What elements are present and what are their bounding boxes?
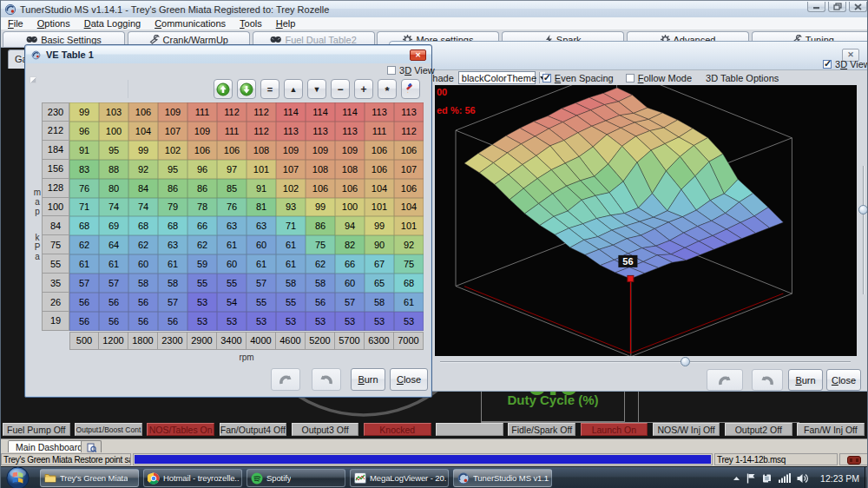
ve-cell[interactable]: 111 bbox=[187, 102, 217, 122]
ve-cell[interactable]: 58 bbox=[158, 274, 187, 293]
ve-cell[interactable]: 60 bbox=[217, 254, 247, 274]
ve-cell[interactable]: 88 bbox=[99, 160, 128, 179]
follow-mode-checkbox[interactable] bbox=[626, 74, 635, 82]
ve-cell[interactable]: 106 bbox=[335, 179, 365, 198]
scale-down-button[interactable] bbox=[237, 79, 256, 99]
3d-surface-canvas[interactable]: 5600ed %: 56 bbox=[435, 85, 857, 356]
ve-cell[interactable]: 102 bbox=[158, 141, 187, 160]
dialog-titlebar[interactable]: VE Table 1 bbox=[26, 46, 431, 63]
ve-cell[interactable]: 56 bbox=[99, 293, 128, 312]
ve-cell[interactable]: 63 bbox=[158, 235, 187, 254]
ve-cell[interactable]: 61 bbox=[158, 254, 187, 274]
increment-button[interactable]: ▲ bbox=[284, 79, 303, 99]
ve-cell[interactable]: 80 bbox=[99, 179, 128, 198]
ve-cell[interactable]: 68 bbox=[128, 216, 158, 235]
ve3d-titlebar[interactable] bbox=[390, 42, 868, 70]
ve-cell[interactable]: 71 bbox=[276, 216, 306, 235]
ve-cell[interactable]: 100 bbox=[99, 122, 128, 141]
burn-button[interactable]: Burn bbox=[788, 369, 823, 391]
ve-cell[interactable]: 82 bbox=[335, 235, 365, 254]
indicator-fan-w-inj-off[interactable]: Fan/W Inj Off bbox=[797, 423, 865, 436]
ve-cell[interactable]: 62 bbox=[187, 235, 217, 254]
ve-cell[interactable]: 97 bbox=[217, 160, 247, 179]
pencil-button[interactable] bbox=[401, 79, 420, 99]
show-desktop-button[interactable] bbox=[865, 467, 868, 488]
ve-cell[interactable]: 56 bbox=[306, 293, 335, 312]
menu-tools[interactable]: Tools bbox=[233, 18, 269, 29]
ve-cell[interactable]: 55 bbox=[247, 293, 276, 312]
dialog-burn-button[interactable]: Burn bbox=[351, 368, 385, 391]
minimize-button[interactable] bbox=[807, 2, 825, 12]
3d-view-checkbox[interactable] bbox=[823, 60, 832, 69]
ve-cell[interactable]: 61 bbox=[276, 254, 306, 274]
ve-cell[interactable]: 60 bbox=[128, 254, 158, 274]
ve-cell[interactable]: 56 bbox=[128, 312, 158, 331]
ve-cell[interactable]: 114 bbox=[335, 102, 365, 122]
indicator-fidle-spark-off[interactable]: Fidle/Spark Off bbox=[508, 423, 575, 436]
ve-cell[interactable]: 99 bbox=[306, 198, 335, 217]
ve-cell[interactable]: 113 bbox=[306, 122, 335, 141]
ve-cell[interactable]: 94 bbox=[335, 216, 365, 235]
ve-cell[interactable]: 78 bbox=[187, 198, 217, 217]
ve-cell[interactable]: 81 bbox=[247, 198, 276, 217]
ve-cell[interactable]: 95 bbox=[99, 141, 128, 160]
menu-file[interactable]: File bbox=[1, 18, 30, 29]
dialog-redo-button[interactable] bbox=[312, 368, 341, 391]
ve-cell[interactable]: 86 bbox=[158, 179, 187, 198]
ve-cell[interactable]: 61 bbox=[217, 235, 247, 254]
ve-cell[interactable]: 64 bbox=[99, 235, 128, 254]
ve-cell[interactable]: 85 bbox=[217, 179, 247, 198]
undo-button[interactable] bbox=[707, 369, 743, 391]
dashboard-edit-tab[interactable] bbox=[81, 440, 102, 453]
color-theme-select[interactable]: blackColorTheme bbox=[458, 71, 536, 84]
ve-cell[interactable]: 53 bbox=[187, 312, 217, 331]
indicator-nos-tables-on[interactable]: NOS/Tables On bbox=[147, 423, 214, 436]
ve-cell[interactable]: 106 bbox=[217, 141, 247, 160]
ve-cell[interactable]: 62 bbox=[69, 235, 99, 254]
indicator-knocked[interactable]: Knocked bbox=[364, 423, 431, 436]
ve-cell[interactable]: 74 bbox=[99, 198, 128, 217]
ve-cell[interactable]: 106 bbox=[187, 141, 217, 160]
taskbar-button-spotify[interactable]: Spotify bbox=[247, 469, 345, 487]
ve-cell[interactable]: 67 bbox=[365, 254, 394, 274]
ve-cell[interactable]: 62 bbox=[128, 235, 158, 254]
ve-cell[interactable]: 57 bbox=[158, 293, 187, 312]
ve-cell[interactable]: 76 bbox=[217, 198, 247, 217]
ve-cell[interactable]: 71 bbox=[69, 198, 99, 217]
ve-cell[interactable]: 57 bbox=[99, 274, 128, 293]
ve-cell[interactable]: 101 bbox=[365, 198, 394, 217]
ve-cell[interactable]: 112 bbox=[394, 122, 424, 141]
dialog-close-table-button[interactable]: Close bbox=[390, 368, 428, 391]
ve-cell[interactable]: 104 bbox=[128, 122, 158, 141]
dialog-3d-view-checkbox[interactable] bbox=[387, 66, 396, 75]
ve-cell[interactable]: 61 bbox=[247, 254, 276, 274]
ve-cell[interactable]: 86 bbox=[306, 216, 335, 235]
decrement-button[interactable]: ▼ bbox=[307, 79, 326, 99]
ve-cell[interactable]: 54 bbox=[217, 293, 247, 312]
flag-icon[interactable] bbox=[746, 473, 756, 484]
ve-cell[interactable]: 93 bbox=[276, 198, 306, 217]
indicator-blank[interactable] bbox=[436, 423, 503, 436]
ve-cell[interactable]: 109 bbox=[335, 141, 365, 160]
ve-cell[interactable]: 106 bbox=[394, 141, 424, 160]
ve-cell[interactable]: 68 bbox=[394, 274, 424, 293]
hidden-icons-icon[interactable] bbox=[733, 476, 740, 481]
ve-cell[interactable]: 106 bbox=[365, 141, 394, 160]
ve-cell[interactable]: 53 bbox=[217, 312, 247, 331]
ve-cell[interactable]: 55 bbox=[276, 293, 306, 312]
taskbar-clock[interactable]: 12:23 PM bbox=[820, 473, 859, 484]
ve-cell[interactable]: 112 bbox=[217, 102, 247, 122]
menu-options[interactable]: Options bbox=[30, 18, 77, 29]
ve-cell[interactable]: 106 bbox=[306, 179, 335, 198]
dialog-undo-button[interactable] bbox=[271, 368, 300, 391]
ve-cell[interactable]: 62 bbox=[306, 254, 335, 274]
ve-cell[interactable]: 106 bbox=[128, 102, 158, 122]
ve-cell[interactable]: 53 bbox=[335, 312, 365, 331]
ve-cell[interactable]: 58 bbox=[128, 274, 158, 293]
ve-cell[interactable]: 104 bbox=[394, 198, 424, 217]
ve-cell[interactable]: 79 bbox=[158, 198, 187, 217]
volume-icon[interactable] bbox=[797, 473, 809, 484]
vslider-thumb[interactable] bbox=[858, 205, 868, 214]
menu-communications[interactable]: Communications bbox=[148, 18, 233, 29]
ve-cell[interactable]: 61 bbox=[394, 293, 424, 312]
